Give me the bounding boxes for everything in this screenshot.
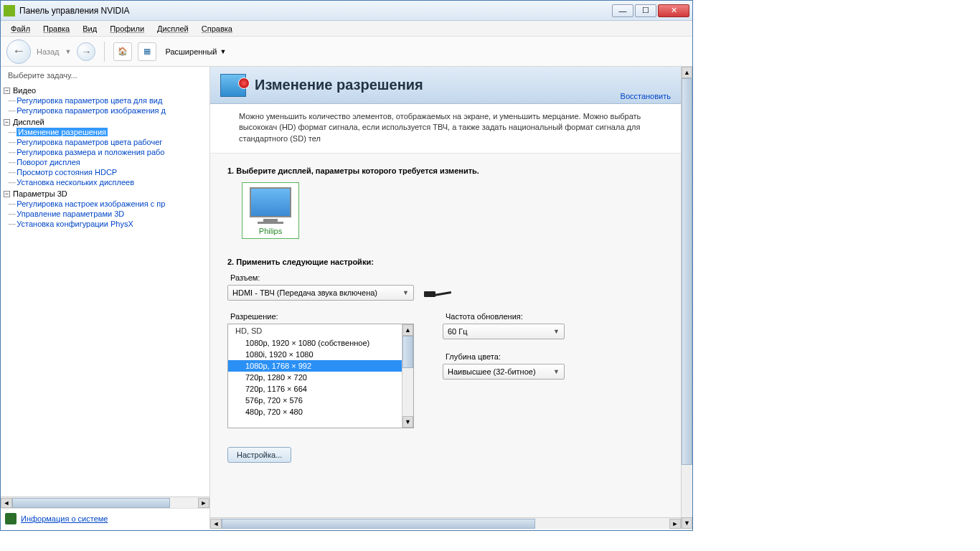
tree-item[interactable]: ·····Установка нескольких дисплеев <box>8 177 207 187</box>
scroll-track[interactable] <box>682 78 692 517</box>
tree-item[interactable]: ·····Регулировка настроек изображения с … <box>8 199 207 209</box>
main-body: Изменение разрешения Восстановить Можно … <box>210 67 681 529</box>
sidebar-header: Выберите задачу... <box>1 67 209 84</box>
resolution-option[interactable]: 1080i, 1920 × 1080 <box>228 349 402 360</box>
scroll-left-icon[interactable]: ◄ <box>210 519 222 529</box>
tree-item[interactable]: ·····Регулировка размера и положения раб… <box>8 147 207 157</box>
menu-edit[interactable]: Правка <box>37 23 75 34</box>
tree-item[interactable]: ·····Регулировка параметров цвета рабоче… <box>8 137 207 147</box>
chevron-down-icon: ▼ <box>553 368 560 375</box>
sidebar-horizontal-scrollbar[interactable]: ◄ ► <box>1 496 209 508</box>
colordepth-dropdown[interactable]: Наивысшее (32-битное) ▼ <box>443 364 565 380</box>
main-horizontal-scrollbar[interactable]: ◄ ► <box>210 517 681 529</box>
back-label: Назад <box>37 47 60 56</box>
separator <box>104 42 105 62</box>
scroll-thumb[interactable] <box>12 498 170 508</box>
resolution-label: Разрешение: <box>230 312 414 321</box>
minimize-button[interactable]: — <box>612 4 633 17</box>
main-panel: Изменение разрешения Восстановить Можно … <box>210 67 692 529</box>
refresh-dropdown[interactable]: 60 Гц ▼ <box>443 324 565 339</box>
scroll-thumb[interactable] <box>222 519 535 529</box>
tree-item[interactable]: ·····Просмотр состояния HDCP <box>8 167 207 177</box>
step1-label: 1. Выберите дисплей, параметры которого … <box>227 166 666 175</box>
grid-button[interactable]: ▦ <box>138 42 156 61</box>
chevron-down-icon: ▼ <box>553 328 560 335</box>
connector-value: HDMI - ТВЧ (Передача звука включена) <box>232 288 377 297</box>
tree-item[interactable]: ·····Регулировка параметров изображения … <box>8 105 207 116</box>
forward-button[interactable]: → <box>77 42 95 61</box>
monitor-icon <box>250 187 291 217</box>
chevron-down-icon: ▼ <box>402 289 409 296</box>
main-vertical-scrollbar[interactable]: ▲ ▼ <box>681 67 692 529</box>
grid-icon: ▦ <box>143 47 151 56</box>
step2-label: 2. Применить следующие настройки: <box>227 258 666 266</box>
scroll-track[interactable] <box>222 519 669 529</box>
tree-item-change-resolution[interactable]: ·····Изменение разрешения <box>8 127 207 137</box>
tree-category-video[interactable]: − Видео <box>4 85 207 95</box>
menubar: Файл Правка Вид Профили Дисплей Справка <box>1 21 692 37</box>
category-label: Параметры 3D <box>13 189 67 198</box>
advanced-label: Расширенный <box>165 47 217 56</box>
settings-button[interactable]: Настройка... <box>227 447 291 463</box>
restore-link[interactable]: Восстановить <box>621 92 671 100</box>
scroll-up-icon[interactable]: ▲ <box>402 324 413 336</box>
scroll-right-icon[interactable]: ► <box>198 498 209 508</box>
resolution-icon <box>220 74 246 97</box>
tree-item[interactable]: ·····Регулировка параметров цвета для ви… <box>8 95 207 105</box>
category-label: Дисплей <box>13 118 44 126</box>
colordepth-value: Наивысшее (32-битное) <box>448 367 536 376</box>
scroll-down-icon[interactable]: ▼ <box>682 517 692 529</box>
display-tile[interactable]: Philips <box>242 182 299 239</box>
scroll-left-icon[interactable]: ◄ <box>1 498 12 508</box>
listbox-scrollbar[interactable]: ▲ ▼ <box>402 324 413 428</box>
colordepth-label: Глубина цвета: <box>446 352 565 361</box>
collapse-icon: − <box>4 88 10 94</box>
resolution-option[interactable]: 1080p, 1920 × 1080 (собственное) <box>228 337 402 349</box>
window-title: Панель управления NVIDIA <box>19 6 612 16</box>
display-name: Philips <box>245 227 296 235</box>
hdmi-cable-icon <box>424 286 451 300</box>
connector-dropdown[interactable]: HDMI - ТВЧ (Передача звука включена) ▼ <box>227 285 414 301</box>
close-button[interactable]: ✕ <box>658 4 689 17</box>
resolution-listbox[interactable]: HD, SD 1080p, 1920 × 1080 (собственное) … <box>227 324 414 428</box>
tree-item[interactable]: ·····Поворот дисплея <box>8 157 207 167</box>
chevron-down-icon: ▼ <box>220 48 226 55</box>
resolution-option[interactable]: 720p, 1176 × 664 <box>228 383 402 395</box>
menu-help[interactable]: Справка <box>196 23 238 34</box>
category-label: Видео <box>13 86 36 95</box>
maximize-button[interactable]: ☐ <box>635 4 656 17</box>
scroll-down-icon[interactable]: ▼ <box>402 416 413 428</box>
menu-profiles[interactable]: Профили <box>104 23 150 34</box>
tree-item[interactable]: ·····Установка конфигурации PhysX <box>8 219 207 229</box>
collapse-icon: − <box>4 119 10 126</box>
menu-file[interactable]: Файл <box>5 23 36 34</box>
tree-category-display[interactable]: − Дисплей <box>4 117 207 127</box>
resolution-group: HD, SD <box>228 324 402 337</box>
advanced-dropdown[interactable]: Расширенный ▼ <box>162 44 229 59</box>
tree-item[interactable]: ·····Управление параметрами 3D <box>8 209 207 219</box>
titlebar[interactable]: Панель управления NVIDIA — ☐ ✕ <box>1 1 692 21</box>
resolution-option-selected[interactable]: 1080p, 1768 × 992 <box>228 360 402 372</box>
toolbar: ← Назад ▼ → 🏠 ▦ Расширенный ▼ <box>1 37 692 67</box>
scroll-track[interactable] <box>402 336 413 416</box>
tree-category-3d[interactable]: − Параметры 3D <box>4 189 207 199</box>
home-button[interactable]: 🏠 <box>113 42 132 61</box>
sidebar-footer: Информация о системе <box>1 508 209 529</box>
scroll-thumb[interactable] <box>682 78 692 465</box>
page-description: Можно уменьшить количество элементов, от… <box>210 104 681 154</box>
resolution-option[interactable]: 480p, 720 × 480 <box>228 406 402 418</box>
resolution-option[interactable]: 720p, 1280 × 720 <box>228 372 402 383</box>
resolution-option[interactable]: 576p, 720 × 576 <box>228 395 402 406</box>
system-info-link[interactable]: Информация о системе <box>21 514 108 523</box>
back-dropdown-icon[interactable]: ▼ <box>65 48 72 55</box>
app-window: Панель управления NVIDIA — ☐ ✕ Файл Прав… <box>0 0 693 531</box>
scroll-track[interactable] <box>12 498 198 508</box>
scroll-up-icon[interactable]: ▲ <box>682 67 692 78</box>
nvidia-icon <box>4 5 15 17</box>
refresh-label: Частота обновления: <box>446 312 565 321</box>
menu-view[interactable]: Вид <box>77 23 103 34</box>
back-button[interactable]: ← <box>6 39 31 64</box>
menu-display[interactable]: Дисплей <box>151 23 194 34</box>
scroll-thumb[interactable] <box>402 336 413 368</box>
scroll-right-icon[interactable]: ► <box>669 519 681 529</box>
